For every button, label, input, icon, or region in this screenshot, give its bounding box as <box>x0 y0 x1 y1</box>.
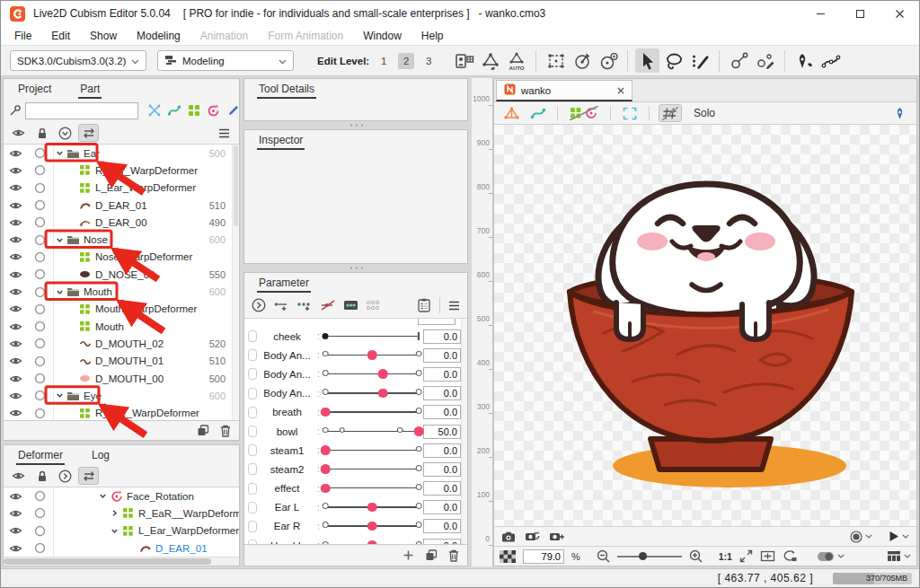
parameter-value-input[interactable] <box>423 462 461 477</box>
layout-grid-button[interactable] <box>887 550 911 562</box>
tab-part[interactable]: Part <box>78 81 102 99</box>
solo-radio-icon[interactable] <box>28 268 52 280</box>
part-tree-row[interactable]: D_NOSE_00550 <box>4 266 239 283</box>
parameter-value-dot[interactable] <box>367 350 377 360</box>
parameter-value-dot[interactable] <box>321 445 331 455</box>
rotate-deformer-tool[interactable] <box>570 48 594 73</box>
parameter-slider[interactable] <box>325 425 419 439</box>
key-delete-button[interactable] <box>320 299 336 312</box>
menu-item-modeling[interactable]: Modeling <box>127 28 190 44</box>
glue-tool[interactable] <box>727 48 751 73</box>
parameter-slider[interactable] <box>325 367 419 382</box>
visibility-eye-icon[interactable] <box>4 217 28 228</box>
solo-radio-icon[interactable] <box>28 251 52 263</box>
tab-inspector[interactable]: Inspector <box>257 132 305 150</box>
visibility-eye-icon[interactable] <box>4 491 28 502</box>
deformer-tree-row[interactable]: L_Ear_WarpDeformer <box>4 522 239 540</box>
mesh-orange-button[interactable] <box>501 104 522 122</box>
expander-open-icon[interactable] <box>54 391 66 399</box>
visibility-eye-icon[interactable] <box>4 355 28 366</box>
expand-right-button[interactable] <box>55 467 75 485</box>
zoom-in-button[interactable] <box>689 549 703 563</box>
part-tree-row[interactable]: D_MOUTH_01510 <box>4 353 239 370</box>
zoom-slider[interactable] <box>617 551 682 562</box>
mesh-edit[interactable] <box>478 48 502 73</box>
expander-closed-icon[interactable] <box>109 509 120 517</box>
repeat-clip-icon[interactable] <box>248 444 257 456</box>
parameter-slider[interactable] <box>325 481 419 496</box>
part-tree-row[interactable]: Nose600 <box>4 231 239 248</box>
parameter-slider[interactable] <box>325 539 419 544</box>
parameter-value-input[interactable] <box>423 348 461 363</box>
parameter-value-input[interactable] <box>423 425 461 439</box>
visibility-eye-icon[interactable] <box>4 251 28 262</box>
deformer-visibility-slashed-button[interactable] <box>567 104 601 122</box>
parameter-value-input[interactable] <box>423 539 461 544</box>
solo-radio-icon[interactable] <box>28 490 52 502</box>
menu-item-file[interactable]: File <box>4 28 41 44</box>
grid-slashed-button[interactable] <box>659 104 682 122</box>
zoom-out-button[interactable] <box>597 549 610 563</box>
glue-edit-tool[interactable] <box>753 48 777 73</box>
parameter-value-dot[interactable] <box>321 484 331 494</box>
menu-item-show[interactable]: Show <box>80 28 127 44</box>
visibility-eye-icon[interactable] <box>4 200 28 211</box>
part-tree-row[interactable]: R_Eye_WarpDeformer <box>4 404 239 420</box>
eye-button[interactable] <box>8 467 29 485</box>
brush-select-tool[interactable] <box>687 48 712 73</box>
parameter-slider[interactable] <box>325 348 419 363</box>
warp-filter-icon[interactable] <box>185 102 202 119</box>
repeat-clip-icon[interactable] <box>248 349 257 361</box>
solo-radio-icon[interactable] <box>28 355 52 367</box>
curve-filter-icon[interactable] <box>165 102 182 119</box>
parameter-slider[interactable] <box>325 386 419 400</box>
part-tree-row[interactable]: Mouth600 <box>4 283 239 300</box>
parameter-value-input[interactable] <box>423 329 461 344</box>
parameter-slider[interactable] <box>325 500 419 514</box>
parameter-slider[interactable] <box>325 519 419 533</box>
parameter-value-dot[interactable] <box>321 464 331 474</box>
visibility-eye-icon[interactable] <box>4 508 28 519</box>
frame-blue-button[interactable] <box>620 104 640 122</box>
panel-splitter[interactable] <box>242 266 470 270</box>
play-button[interactable] <box>889 531 909 542</box>
tab-project[interactable]: Project <box>16 81 53 99</box>
texture-atlas[interactable] <box>452 48 476 73</box>
menu-item-edit[interactable]: Edit <box>41 28 80 44</box>
part-tree-row[interactable]: D_EAR_00490 <box>4 214 239 231</box>
parameter-value-dot[interactable] <box>378 369 388 379</box>
parameter-value-input[interactable] <box>423 386 461 400</box>
part-tree-row[interactable]: D_MOUTH_00500 <box>4 370 239 387</box>
parameter-slider[interactable] <box>325 462 419 477</box>
deform-path[interactable] <box>544 48 568 73</box>
menu-item-help[interactable]: Help <box>411 28 454 44</box>
panel-splitter[interactable] <box>242 123 470 127</box>
opacity-toggle-button[interactable] <box>817 551 845 562</box>
filter-pin-icon[interactable] <box>9 102 22 119</box>
visibility-eye-icon[interactable] <box>4 165 28 176</box>
parameter-scrollbar[interactable] <box>461 319 467 544</box>
curve-teal-button[interactable] <box>528 104 548 122</box>
solo-radio-icon[interactable] <box>28 320 52 332</box>
parameter-value-dot[interactable] <box>367 503 377 513</box>
lock-button[interactable] <box>31 124 52 142</box>
visibility-eye-icon[interactable] <box>4 373 28 384</box>
mesh-auto[interactable]: AUTO <box>504 48 528 73</box>
repeat-clip-icon[interactable] <box>248 540 257 544</box>
part-tree-row[interactable]: Mouth <box>4 318 239 335</box>
view-rotate-button[interactable] <box>783 550 797 562</box>
visibility-eye-icon[interactable] <box>4 525 28 536</box>
solo-radio-icon[interactable] <box>28 338 52 349</box>
warp-deformer-tool[interactable] <box>596 48 620 73</box>
solo-swap-button[interactable] <box>78 124 99 142</box>
part-tree-row[interactable]: Nose_WarpDeformer <box>4 249 239 266</box>
zoom-percent-input[interactable] <box>523 549 564 564</box>
pen-tool[interactable] <box>792 48 817 73</box>
mesh-filter-icon[interactable] <box>146 102 163 119</box>
parameter-value-dot[interactable] <box>414 426 424 436</box>
part-search-input[interactable] <box>25 102 138 119</box>
arrow-tool[interactable] <box>635 48 659 73</box>
expander-open-icon[interactable] <box>54 236 66 244</box>
solo-radio-icon[interactable] <box>28 182 52 194</box>
part-tree-row[interactable]: Ear500 <box>4 145 239 162</box>
